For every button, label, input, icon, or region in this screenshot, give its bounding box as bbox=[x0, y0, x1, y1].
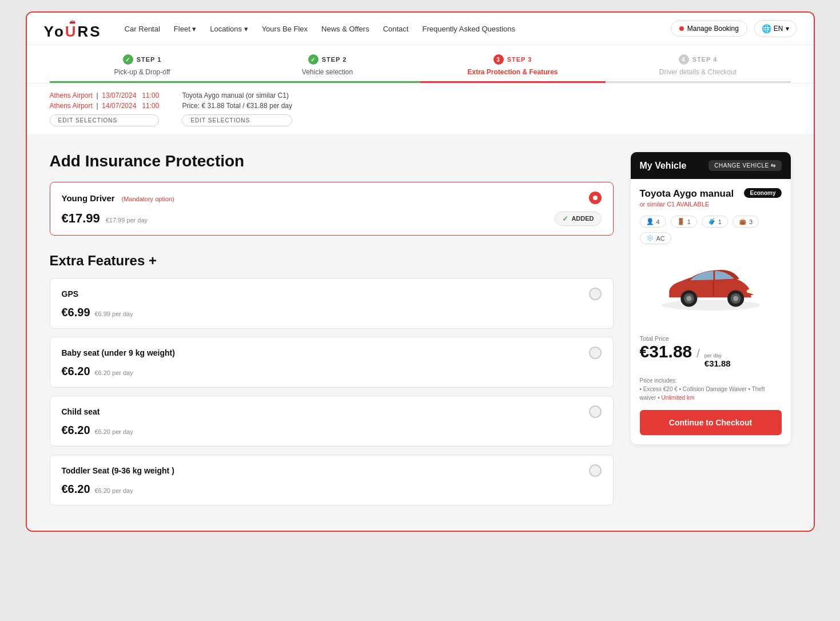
unlimited-km-link[interactable]: Unlimited km bbox=[661, 395, 694, 401]
young-driver-label-wrap: Young Driver (Mandatory option) bbox=[62, 193, 174, 203]
bag-icon: 👜 bbox=[739, 218, 747, 225]
step-1[interactable]: ✓ STEP 1 Pick-up & Drop-off bbox=[50, 54, 235, 83]
vehicle-image bbox=[640, 256, 782, 320]
luggage-icon: 🧳 bbox=[708, 218, 716, 225]
luggage-badge: 🧳 1 bbox=[702, 216, 728, 228]
radio-gps[interactable] bbox=[589, 288, 602, 300]
right-panel: My Vehicle CHANGE VEHICLE ⇆ Toyota Aygo … bbox=[631, 152, 791, 513]
insurance-card: Young Driver (Mandatory option) €17.99 €… bbox=[50, 182, 614, 236]
door-icon: 🚪 bbox=[677, 218, 685, 225]
price-includes: Price includes: • Excess €20 € • Collisi… bbox=[631, 373, 791, 410]
change-vehicle-button[interactable]: CHANGE VEHICLE ⇆ bbox=[708, 160, 781, 171]
vehicle-card: My Vehicle CHANGE VEHICLE ⇆ Toyota Aygo … bbox=[631, 152, 791, 444]
seats-icon: 👤 bbox=[646, 218, 654, 225]
insurance-price-per-day: €17.99 per day bbox=[106, 217, 148, 224]
step4-number-icon: 4 bbox=[679, 54, 689, 65]
nav-links: Car Rental Fleet ▾ Locations ▾ Yours Be … bbox=[125, 25, 671, 33]
change-vehicle-icon: ⇆ bbox=[771, 162, 776, 169]
nav-contact[interactable]: Contact bbox=[383, 25, 409, 33]
left-panel: Add Insurance Protection Young Driver (M… bbox=[50, 152, 614, 513]
main-content: Add Insurance Protection Young Driver (M… bbox=[27, 135, 814, 531]
added-badge: ✓ ADDED bbox=[555, 212, 601, 226]
logo-text: YoURS bbox=[44, 24, 102, 39]
svg-point-6 bbox=[733, 296, 738, 301]
step1-info: Athens Airport | 13/07/2024 11:00 Athens… bbox=[50, 91, 160, 126]
per-day-label: per day bbox=[704, 353, 722, 359]
per-day-price: €31.88 bbox=[704, 359, 731, 368]
seats-badge: 👤 4 bbox=[640, 216, 666, 228]
feature-name-gps: GPS bbox=[62, 289, 79, 298]
bags-badge: 👜 3 bbox=[732, 216, 759, 228]
ac-icon: ❄️ bbox=[646, 234, 654, 242]
dropoff-info-line: Athens Airport | 14/07/2024 11:00 bbox=[50, 102, 160, 110]
step-2[interactable]: ✓ STEP 2 Vehicle selection bbox=[235, 54, 420, 83]
vehicle-card-body: Toyota Aygo manual or similar C1 AVAILAB… bbox=[631, 179, 791, 335]
nav-yours-be-flex[interactable]: Yours Be Flex bbox=[262, 25, 308, 33]
feature-price-baby-seat: €6.20 €6.20 per day bbox=[62, 365, 602, 378]
slash-divider: / bbox=[696, 347, 700, 360]
manage-booking-button[interactable]: Manage Booking bbox=[671, 21, 747, 37]
pickup-info-line: Athens Airport | 13/07/2024 11:00 bbox=[50, 91, 160, 99]
nav-locations[interactable]: Locations ▾ bbox=[210, 25, 248, 33]
added-check-icon: ✓ bbox=[562, 214, 568, 223]
edit-step2-button[interactable]: EDIT SELECTIONS bbox=[182, 114, 292, 126]
feature-card-child-seat: Child seat €6.20 €6.20 per day bbox=[50, 396, 614, 447]
step1-check-icon: ✓ bbox=[123, 54, 133, 65]
insurance-price-wrap: €17.99 €17.99 per day bbox=[62, 211, 148, 226]
feature-card-baby-seat: Baby seat (under 9 kg weight) €6.20 €6.2… bbox=[50, 337, 614, 388]
steps-bar: ✓ STEP 1 Pick-up & Drop-off ✓ STEP 2 Veh… bbox=[27, 45, 814, 83]
vehicle-similar: or similar C1 AVAILABLE bbox=[640, 201, 734, 208]
nav-fleet[interactable]: Fleet ▾ bbox=[174, 25, 197, 33]
globe-icon: 🌐 bbox=[762, 24, 771, 33]
feature-price-gps: €6.99 €6.99 per day bbox=[62, 306, 602, 319]
feature-price-toddler-seat: €6.20 €6.20 per day bbox=[62, 483, 602, 496]
feature-card-gps: GPS €6.99 €6.99 per day bbox=[50, 278, 614, 329]
vehicle-name: Toyota Aygo manual bbox=[640, 188, 734, 200]
total-price-section: Total Price €31.88 / per day €31.88 bbox=[631, 335, 791, 373]
navbar: 🚗 YoURS Car Rental Fleet ▾ Locations ▾ Y… bbox=[27, 13, 814, 45]
svg-point-0 bbox=[661, 300, 760, 310]
car-svg bbox=[654, 256, 768, 319]
edit-step1-button[interactable]: EDIT SELECTIONS bbox=[50, 114, 160, 126]
vehicle-card-header: My Vehicle CHANGE VEHICLE ⇆ bbox=[631, 152, 791, 179]
dot-red-icon bbox=[679, 26, 684, 31]
total-label: Total Price bbox=[640, 335, 782, 342]
radio-baby-seat[interactable] bbox=[589, 347, 602, 359]
logo[interactable]: 🚗 YoURS bbox=[44, 18, 102, 39]
extra-features-title: Extra Features + bbox=[50, 253, 614, 269]
nav-faq[interactable]: Frequently Asked Questions bbox=[422, 25, 515, 33]
feature-name-baby-seat: Baby seat (under 9 kg weight) bbox=[62, 348, 175, 357]
step-3[interactable]: 3 STEP 3 Extra Protection & Features bbox=[420, 54, 606, 83]
step2-check-icon: ✓ bbox=[308, 54, 319, 65]
radio-toddler-seat[interactable] bbox=[589, 464, 602, 477]
mandatory-badge: (Mandatory option) bbox=[121, 196, 174, 202]
insurance-section-title: Add Insurance Protection bbox=[50, 152, 614, 170]
economy-badge: Economy bbox=[744, 188, 781, 198]
my-vehicle-title: My Vehicle bbox=[640, 161, 687, 171]
checkout-button[interactable]: Continue to Checkout bbox=[640, 410, 782, 435]
chevron-down-icon: ▾ bbox=[786, 25, 789, 33]
nav-right: Manage Booking 🌐 EN ▾ bbox=[671, 20, 797, 37]
nav-car-rental[interactable]: Car Rental bbox=[125, 25, 160, 33]
ac-badge: ❄️ AC bbox=[640, 232, 671, 244]
feature-price-child-seat: €6.20 €6.20 per day bbox=[62, 424, 602, 437]
svg-point-3 bbox=[686, 296, 691, 301]
radio-red-selected[interactable] bbox=[589, 192, 602, 204]
total-price-row: €31.88 / per day €31.88 bbox=[640, 342, 782, 368]
step-4[interactable]: 4 STEP 4 Driver details & Checkout bbox=[606, 54, 791, 83]
step3-number-icon: 3 bbox=[493, 54, 504, 65]
svg-point-7 bbox=[746, 289, 753, 293]
step2-info: Toyota Aygo manual (or similar C1) Price… bbox=[182, 91, 292, 126]
nav-news-offers[interactable]: News & Offers bbox=[321, 25, 369, 33]
per-day-section: per day €31.88 bbox=[704, 353, 731, 368]
feature-card-toddler-seat: Toddler Seat (9-36 kg weight ) €6.20 €6.… bbox=[50, 455, 614, 505]
insurance-price-big: €17.99 bbox=[62, 211, 100, 225]
feature-name-child-seat: Child seat bbox=[62, 407, 100, 416]
total-price-big: €31.88 bbox=[640, 342, 692, 361]
vehicle-icons-row: 👤 4 🚪 1 🧳 1 👜 3 bbox=[640, 216, 782, 228]
language-button[interactable]: 🌐 EN ▾ bbox=[754, 20, 797, 37]
doors-badge: 🚪 1 bbox=[671, 216, 697, 228]
radio-child-seat[interactable] bbox=[589, 405, 602, 418]
feature-name-toddler-seat: Toddler Seat (9-36 kg weight ) bbox=[62, 466, 174, 475]
young-driver-label: Young Driver bbox=[62, 193, 115, 203]
